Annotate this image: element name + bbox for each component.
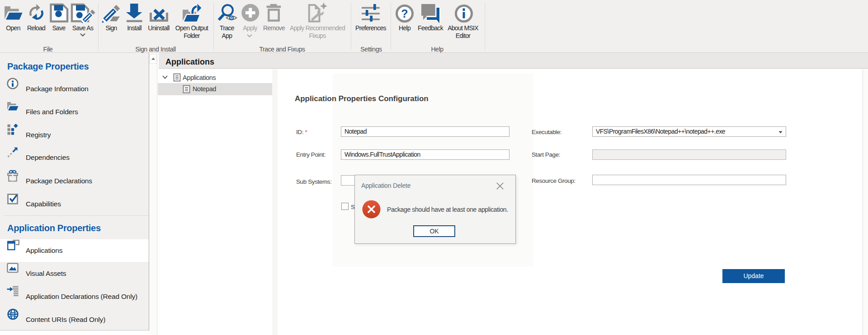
svg-text:?: ?: [401, 7, 408, 20]
